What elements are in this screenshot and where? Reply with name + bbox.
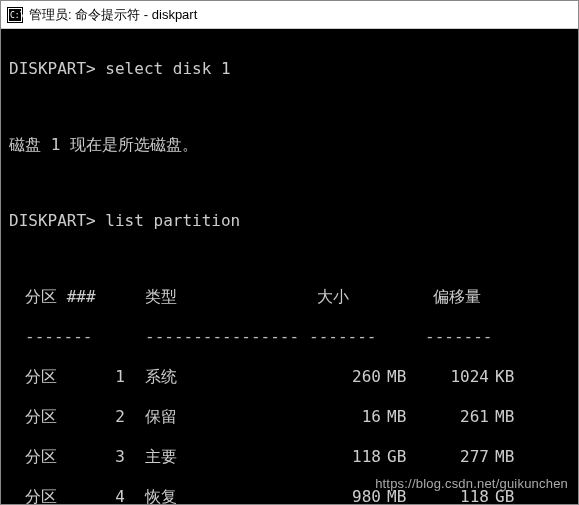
svg-text:C:\: C:\ — [10, 11, 23, 20]
cmd-list-partition: list partition — [105, 211, 240, 230]
table-row: 分区 2 保留 16 MB 261 MB — [9, 407, 570, 427]
table-row: 分区 3 主要 118 GB 277 MB — [9, 447, 570, 467]
hdr-size: 大小 — [301, 287, 381, 307]
window-title: 管理员: 命令提示符 - diskpart — [29, 6, 197, 24]
table-header: 分区 ### 类型 大小 偏移量 — [9, 287, 570, 307]
table-divider: ------- ---------------- ------- ------- — [9, 327, 570, 347]
cmd-window: C:\ 管理员: 命令提示符 - diskpart DISKPART> sele… — [0, 0, 579, 505]
prompt: DISKPART> — [9, 211, 96, 230]
titlebar[interactable]: C:\ 管理员: 命令提示符 - diskpart — [1, 1, 578, 29]
cmd-icon: C:\ — [7, 7, 23, 23]
terminal-output[interactable]: DISKPART> select disk 1 磁盘 1 现在是所选磁盘。 DI… — [1, 29, 578, 504]
prompt: DISKPART> — [9, 59, 96, 78]
cmd-select-disk: select disk 1 — [105, 59, 230, 78]
resp-disk-selected: 磁盘 1 现在是所选磁盘。 — [9, 135, 570, 155]
hdr-partition: 分区 ### — [25, 287, 97, 307]
table-row: 分区 1 系统 260 MB 1024 KB — [9, 367, 570, 387]
hdr-type: 类型 — [145, 287, 301, 307]
hdr-offset: 偏移量 — [417, 287, 489, 307]
watermark: https://blog.csdn.net/guikunchen — [375, 476, 568, 492]
